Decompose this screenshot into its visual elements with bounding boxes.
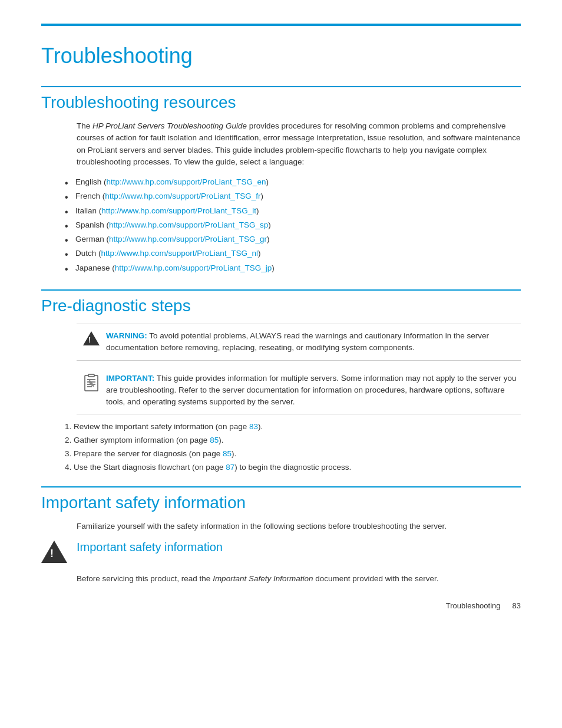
list-item: Italian (http://www.hp.com/support/ProLi…	[65, 204, 521, 218]
safety-warning-icon-container	[41, 541, 77, 565]
warning-triangle-icon	[83, 331, 100, 345]
list-item: German (http://www.hp.com/support/ProLia…	[65, 232, 521, 246]
step-3: 3. Prepare the server for diagnosis (on …	[65, 447, 521, 461]
link-dutch[interactable]: http://www.hp.com/support/ProLiant_TSG_n…	[101, 249, 258, 258]
safety-warning-triangle-icon	[41, 541, 67, 563]
warning-label: WARNING:	[106, 331, 147, 340]
important-label: IMPORTANT:	[106, 374, 154, 383]
list-item: Japanese (http://www.hp.com/support/ProL…	[65, 261, 521, 275]
footer-page-number: 83	[513, 601, 521, 610]
important-text: This guide provides information for mult…	[106, 374, 517, 407]
page-container: Troubleshooting Troubleshooting resource…	[0, 0, 562, 628]
page-footer: Troubleshooting 83	[446, 601, 521, 610]
pre-diagnostic-section: Pre-diagnostic steps WARNING: To avoid p…	[41, 289, 521, 475]
step-2-link[interactable]: 85	[210, 436, 219, 444]
link-english[interactable]: http://www.hp.com/support/ProLiant_TSG_e…	[107, 177, 266, 186]
list-item: Spanish (http://www.hp.com/support/ProLi…	[65, 218, 521, 232]
step-num: 4.	[65, 463, 71, 472]
warning-text: To avoid potential problems, ALWAYS read…	[106, 331, 489, 352]
step-num: 3.	[65, 449, 71, 458]
troubleshooting-resources-intro: The HP ProLiant Servers Troubleshooting …	[77, 120, 521, 168]
step-3-link[interactable]: 85	[223, 449, 232, 458]
step-1-link[interactable]: 83	[249, 422, 258, 431]
safety-subsection-title: Important safety information	[77, 541, 521, 554]
step-1: 1. Review the important safety informati…	[65, 420, 521, 434]
pre-diag-steps-list: 1. Review the important safety informati…	[65, 420, 521, 475]
step-num: 2.	[65, 436, 71, 444]
step-2: 2. Gather symptom information (on page 8…	[65, 434, 521, 447]
list-item: French (http://www.hp.com/support/ProLia…	[65, 189, 521, 203]
link-spanish[interactable]: http://www.hp.com/support/ProLiant_TSG_s…	[109, 220, 268, 229]
troubleshooting-resources-section: Troubleshooting resources The HP ProLian…	[41, 86, 521, 275]
warning-box: WARNING: To avoid potential problems, AL…	[77, 324, 521, 361]
step-4-link[interactable]: 87	[226, 463, 234, 472]
important-safety-intro: Familiarize yourself with the safety inf…	[77, 521, 521, 532]
section-divider	[41, 86, 521, 87]
resource-links-list: English (http://www.hp.com/support/ProLi…	[65, 175, 521, 275]
safety-divider	[41, 486, 521, 487]
important-notepad-icon	[82, 374, 101, 393]
link-italian[interactable]: http://www.hp.com/support/ProLiant_TSG_i…	[101, 206, 256, 215]
pre-diagnostic-heading: Pre-diagnostic steps	[41, 297, 521, 315]
link-french[interactable]: http://www.hp.com/support/ProLiant_TSG_f…	[105, 192, 260, 200]
page-title: Troubleshooting	[41, 44, 521, 68]
list-item: Dutch (http://www.hp.com/support/ProLian…	[65, 246, 521, 261]
top-border	[41, 24, 521, 26]
important-safety-heading: Important safety information	[41, 493, 521, 512]
footer-section-label: Troubleshooting	[446, 601, 501, 610]
important-box: IMPORTANT: This guide provides informati…	[77, 367, 521, 415]
safety-subsection-box: Important safety information	[41, 541, 521, 565]
safety-subsection-content: Important safety information	[77, 541, 521, 559]
svg-rect-6	[88, 380, 93, 386]
safety-body-text: Before servicing this product, read the …	[77, 573, 521, 585]
svg-rect-5	[88, 374, 94, 377]
list-item: English (http://www.hp.com/support/ProLi…	[65, 175, 521, 189]
link-japanese[interactable]: http://www.hp.com/support/ProLiant_TSG_j…	[115, 263, 272, 272]
important-safety-section: Important safety information Familiarize…	[41, 486, 521, 585]
important-content: IMPORTANT: This guide provides informati…	[106, 373, 521, 409]
pre-diag-divider	[41, 289, 521, 291]
important-icon-container	[77, 373, 106, 394]
step-num: 1.	[65, 422, 71, 431]
warning-content: WARNING: To avoid potential problems, AL…	[106, 330, 521, 354]
troubleshooting-resources-heading: Troubleshooting resources	[41, 93, 521, 112]
step-4: 4. Use the Start diagnosis flowchart (on…	[65, 461, 521, 475]
link-german[interactable]: http://www.hp.com/support/ProLiant_TSG_g…	[109, 235, 267, 243]
warning-icon-container	[77, 330, 106, 347]
